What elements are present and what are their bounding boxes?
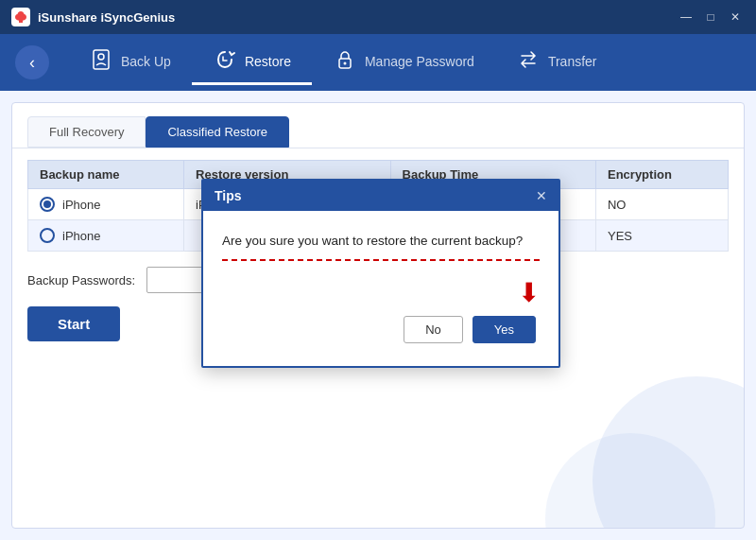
window-controls: — □ ✕ [677,8,745,26]
nav-tab-restore[interactable]: Restore [192,40,312,85]
down-arrow-icon: ⬇ [518,280,540,306]
dialog-buttons: No Yes [222,316,540,351]
back-button[interactable]: ‹ [15,45,49,79]
lock-icon [333,47,357,75]
dialog-divider [222,259,540,261]
dialog-arrow-area: ⬇ [222,280,540,306]
navbar: ‹ Back Up Restore [0,34,756,91]
yes-button[interactable]: Yes [472,316,536,343]
main-panel: Full Recovery Classified Restore Backup … [11,102,745,529]
titlebar: iSunshare iSyncGenius — □ ✕ [0,0,756,34]
backup-icon [89,47,113,75]
dialog-body: Are you sure you want to restore the cur… [203,211,558,366]
svg-point-3 [343,62,346,65]
app-logo [11,8,30,26]
nav-tab-transfer-label: Transfer [548,54,597,69]
nav-tab-manage-password-label: Manage Password [365,54,474,69]
nav-tab-manage-password[interactable]: Manage Password [312,40,495,85]
restore-icon [213,47,237,75]
nav-tab-restore-label: Restore [245,54,291,69]
nav-tab-transfer[interactable]: Transfer [495,40,618,85]
no-button[interactable]: No [404,316,463,343]
nav-tab-backup[interactable]: Back Up [68,40,192,85]
app-title: iSunshare iSyncGenius [38,10,677,25]
dialog-overlay: Tips ✕ Are you sure you want to restore … [12,103,744,528]
dialog-title: Tips [215,188,242,203]
transfer-icon [516,47,541,75]
nav-tabs: Back Up Restore Manage Password [68,40,741,85]
dialog-header: Tips ✕ [203,181,558,211]
minimize-button[interactable]: — [677,8,696,26]
nav-tab-backup-label: Back Up [121,54,171,69]
tips-dialog: Tips ✕ Are you sure you want to restore … [201,179,560,368]
maximize-button[interactable]: □ [701,8,720,26]
dialog-close-button[interactable]: ✕ [536,188,547,203]
svg-point-1 [98,54,104,60]
dialog-message: Are you sure you want to restore the cur… [222,234,540,248]
close-button[interactable]: ✕ [726,8,745,26]
